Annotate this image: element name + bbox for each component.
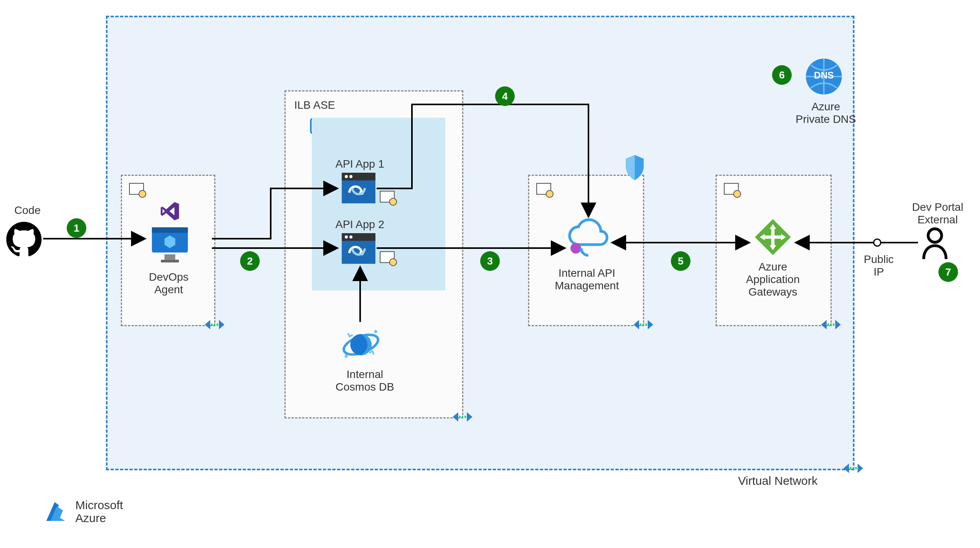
brand-product: Azure	[75, 511, 123, 524]
connectors	[0, 0, 980, 548]
brand-name: Microsoft	[75, 499, 123, 511]
step-6-badge: 6	[772, 65, 792, 85]
svg-point-32	[874, 239, 881, 246]
azure-logo: Microsoft Azure	[43, 499, 123, 524]
step-1-badge: 1	[67, 218, 86, 238]
azure-logo-icon	[43, 499, 68, 524]
step-7-badge: 7	[938, 262, 958, 282]
step-2-badge: 2	[240, 251, 260, 271]
step-5-badge: 5	[671, 251, 690, 271]
step-3-badge: 3	[480, 251, 500, 271]
step-4-badge: 4	[495, 86, 515, 106]
